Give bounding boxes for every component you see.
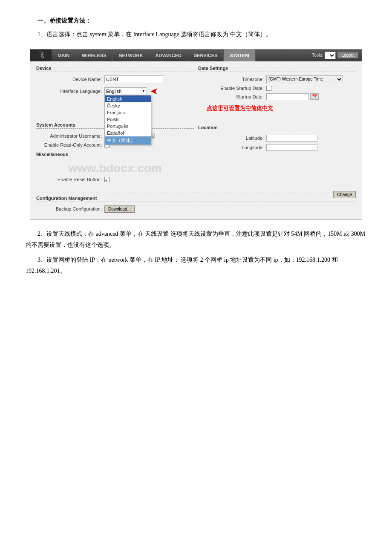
timezone-label: Timezone: xyxy=(198,77,266,82)
enable-startup-label: Enable Startup Date: xyxy=(198,86,266,91)
timezone-row: Timezone: (GMT) Western Europe Time xyxy=(198,75,356,83)
enable-startup-row: Enable Startup Date: xyxy=(198,86,356,91)
tools-select[interactable] xyxy=(325,52,336,59)
longitude-label: Longitude: xyxy=(198,145,266,150)
nav-item-system[interactable]: SYSTEM xyxy=(224,49,255,61)
startup-date-label: Startup Date: xyxy=(198,94,266,99)
location-header: Location xyxy=(198,125,356,131)
right-panel: Date Settings Timezone: (GMT) Western Eu… xyxy=(198,66,356,185)
date-settings-header: Date Settings xyxy=(198,66,356,72)
nav-item-wireless[interactable]: WIRELESS xyxy=(76,49,112,61)
language-dropdown-wrapper[interactable]: English ▼ English Česky Français Polski … xyxy=(104,87,147,95)
language-dropdown-list[interactable]: English Česky Français Polski Português … xyxy=(104,95,151,145)
red-arrow-icon: ➤ xyxy=(150,86,158,97)
reset-checkbox[interactable] xyxy=(104,177,110,182)
admin-username-label: Administrator Username: xyxy=(36,133,104,139)
step2-text: 2、设置天线模式：在 advanced 菜单，在 天线设置 选项将天线设置为垂直… xyxy=(26,228,366,251)
misc-header: Miscellaneous xyxy=(36,152,194,158)
nav-right: Tools: Logout xyxy=(308,49,362,61)
lang-option-english[interactable]: English xyxy=(105,95,151,102)
startup-date-row: Startup Date: 📅 xyxy=(198,93,356,100)
device-name-label: Device Name: xyxy=(36,77,104,82)
latitude-row: Latitude: xyxy=(198,135,356,142)
lang-option-espanol[interactable]: Español xyxy=(105,130,151,136)
device-name-input[interactable] xyxy=(104,75,164,83)
watermark-text: www.bdocx.com xyxy=(36,162,194,175)
step1-text: 1、语言选择：点击 system 菜单，在 Interface Language… xyxy=(26,29,366,40)
enable-startup-checkbox[interactable] xyxy=(266,86,271,91)
nav-item-services[interactable]: SERVICES xyxy=(188,49,224,61)
nav-bar: 飞 MAIN WIRELESS NETWORK ADVANCED SERVICE… xyxy=(30,49,362,61)
annotation-text: 点这里可设置为中简体中文 xyxy=(207,105,273,111)
dropdown-arrow-icon: ▼ xyxy=(142,89,145,93)
longitude-input[interactable] xyxy=(266,144,317,151)
step3-text: 3、设置网桥的登陆 IP：在 network 菜单，在 IP 地址： 选项将 2… xyxy=(26,254,366,277)
longitude-row: Longitude: xyxy=(198,144,356,151)
download-button[interactable]: Download... xyxy=(104,205,135,213)
startup-date-input[interactable] xyxy=(266,93,309,100)
nav-item-main[interactable]: MAIN xyxy=(52,49,76,61)
nav-item-advanced[interactable]: ADVANCED xyxy=(149,49,188,61)
interface-language-label: Interface Language: xyxy=(36,89,104,94)
timezone-select[interactable]: (GMT) Western Europe Time xyxy=(266,75,343,83)
reset-button-label: Enable Reset Button: xyxy=(36,177,104,182)
nav-logo: 飞 xyxy=(30,49,52,61)
lang-option-francais[interactable]: Français xyxy=(105,109,151,116)
latitude-label: Latitude: xyxy=(198,136,266,141)
page-title: 一、桥接设置方法： xyxy=(26,17,366,25)
language-current-value: English xyxy=(106,89,121,94)
calendar-icon[interactable]: 📅 xyxy=(310,93,319,100)
device-name-row: Device Name: xyxy=(36,75,194,83)
lang-option-chinese[interactable]: 中文（简体） xyxy=(105,136,151,145)
device-section-header: Device xyxy=(36,66,194,72)
router-ui-screenshot: 飞 MAIN WIRELESS NETWORK ADVANCED SERVICE… xyxy=(30,49,362,220)
config-mgmt-area: Configuration Management Backup Configur… xyxy=(30,193,362,220)
backup-row: Backup Configuration: Download... xyxy=(36,205,356,213)
logout-button[interactable]: Logout xyxy=(337,52,358,58)
latitude-input[interactable] xyxy=(266,135,317,142)
config-mgmt-header: Configuration Management xyxy=(36,196,356,202)
interface-language-row: Interface Language: English ▼ English Če… xyxy=(36,86,194,97)
lang-option-portugues[interactable]: Português xyxy=(105,123,151,130)
change-row: Change xyxy=(30,189,362,193)
reset-button-row: Enable Reset Button: xyxy=(36,177,194,182)
tools-label: Tools: xyxy=(312,53,323,58)
lang-option-polski[interactable]: Polski xyxy=(105,116,151,123)
language-dropdown-current[interactable]: English ▼ xyxy=(104,87,147,95)
change-button[interactable]: Change xyxy=(333,191,356,198)
lang-option-cesky[interactable]: Česky xyxy=(105,102,151,109)
annotation-row: 点这里可设置为中简体中文 xyxy=(202,104,356,112)
left-panel: Device Device Name: Interface Language: … xyxy=(36,66,194,185)
readonly-label: Enable Read-Only Account: xyxy=(36,142,104,147)
backup-label: Backup Configuration: xyxy=(36,206,104,211)
nav-item-network[interactable]: NETWORK xyxy=(113,49,150,61)
content-area: Device Device Name: Interface Language: … xyxy=(30,61,362,189)
